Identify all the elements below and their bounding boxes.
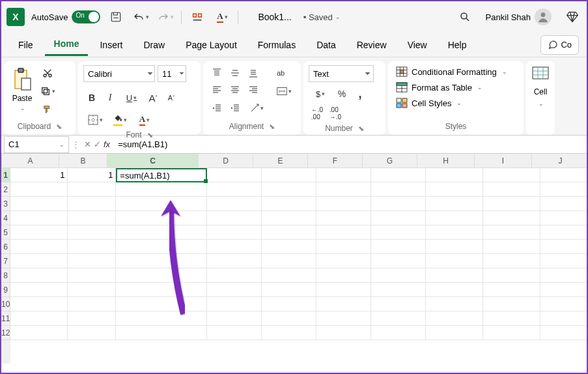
tab-file[interactable]: File <box>9 35 42 55</box>
cell-J3[interactable] <box>540 197 588 211</box>
save-status[interactable]: • Saved⌄ <box>303 12 341 22</box>
column-header[interactable]: A <box>2 154 59 168</box>
cell-G5[interactable] <box>371 225 426 240</box>
row-header[interactable]: 1 <box>1 168 10 182</box>
cell-H7[interactable] <box>426 254 483 268</box>
cell-I4[interactable] <box>483 211 540 225</box>
cell-B10[interactable] <box>68 297 116 311</box>
row-header[interactable]: 9 <box>1 283 10 297</box>
quick-access-icon[interactable] <box>188 8 206 26</box>
cell-F6[interactable] <box>316 240 371 254</box>
cell-I6[interactable] <box>483 240 540 254</box>
conditional-formatting-button[interactable]: Conditional Formatting⌄ <box>393 65 510 78</box>
cell-F4[interactable] <box>316 211 371 225</box>
cell-F8[interactable] <box>316 268 371 283</box>
decrease-indent-icon[interactable] <box>208 100 225 116</box>
cell-C7[interactable] <box>116 254 207 268</box>
cell-C2[interactable] <box>116 182 207 197</box>
underline-button[interactable]: U▾ <box>120 90 143 106</box>
cell-A11[interactable] <box>10 311 68 326</box>
cell-D11[interactable] <box>207 311 262 326</box>
cell-J2[interactable] <box>540 182 588 197</box>
cell-B6[interactable] <box>68 240 116 254</box>
cancel-formula-icon[interactable]: ✕ <box>84 139 91 149</box>
name-box[interactable]: C1⌄ <box>4 136 69 153</box>
increase-indent-icon[interactable] <box>227 100 244 116</box>
redo-icon[interactable]: ▾ <box>156 8 175 26</box>
cell-C8[interactable] <box>116 268 207 283</box>
cell-H1[interactable] <box>426 168 483 182</box>
cell-J11[interactable] <box>540 311 588 326</box>
cell-B11[interactable] <box>68 311 116 326</box>
cell-C6[interactable] <box>116 240 207 254</box>
cell-D5[interactable] <box>207 225 262 240</box>
cell-E7[interactable] <box>262 254 316 268</box>
cut-icon[interactable] <box>39 65 56 81</box>
cell-F1[interactable] <box>316 168 371 182</box>
cell-H5[interactable] <box>426 225 483 240</box>
cell-J7[interactable] <box>540 254 588 268</box>
align-left-icon[interactable] <box>208 82 225 98</box>
cell-C10[interactable] <box>116 297 207 311</box>
toggle-switch[interactable]: On <box>72 10 100 23</box>
tab-help[interactable]: Help <box>439 35 476 55</box>
cell-J5[interactable] <box>540 225 588 240</box>
cell-C9[interactable] <box>116 283 207 297</box>
align-middle-icon[interactable] <box>227 65 244 81</box>
align-center-icon[interactable] <box>227 82 244 98</box>
cell-A5[interactable] <box>10 225 68 240</box>
cell-B1[interactable]: 1 <box>68 168 116 182</box>
column-header[interactable]: F <box>308 154 363 168</box>
cell-D7[interactable] <box>207 254 262 268</box>
cell-J12[interactable] <box>540 326 588 340</box>
cell-H6[interactable] <box>426 240 483 254</box>
cell-D6[interactable] <box>207 240 262 254</box>
column-header[interactable]: I <box>475 154 532 168</box>
fill-color-button[interactable]: ▾ <box>108 112 132 128</box>
cell-D3[interactable] <box>207 197 262 211</box>
column-header[interactable]: C <box>107 154 199 168</box>
cell-H9[interactable] <box>426 283 483 297</box>
cell-H2[interactable] <box>426 182 483 197</box>
cell-A2[interactable] <box>10 182 68 197</box>
cell-H4[interactable] <box>426 211 483 225</box>
cell-E8[interactable] <box>262 268 316 283</box>
cell-styles-button[interactable]: Cell Styles⌄ <box>393 96 464 109</box>
cell-J4[interactable] <box>540 211 588 225</box>
font-launcher-icon[interactable]: ⬊ <box>147 131 153 139</box>
format-painter-icon[interactable] <box>39 102 56 117</box>
column-header[interactable]: B <box>59 154 107 168</box>
cell-J10[interactable] <box>540 297 588 311</box>
copy-icon[interactable]: ▾ <box>39 83 56 99</box>
cell-E12[interactable] <box>262 326 316 340</box>
cell-B7[interactable] <box>68 254 116 268</box>
cell-D1[interactable] <box>207 168 262 182</box>
cell-I5[interactable] <box>483 225 540 240</box>
tab-data[interactable]: Data <box>307 35 345 55</box>
cell-G2[interactable] <box>371 182 426 197</box>
cell-F3[interactable] <box>316 197 371 211</box>
cell-G10[interactable] <box>371 297 426 311</box>
cell-G6[interactable] <box>371 240 426 254</box>
cells-icon[interactable] <box>532 65 549 81</box>
cell-G9[interactable] <box>371 283 426 297</box>
increase-decimal-icon[interactable]: ←.0.00 <box>309 106 326 121</box>
currency-button[interactable]: $▾ <box>309 86 332 102</box>
cell-H8[interactable] <box>426 268 483 283</box>
cell-B4[interactable] <box>68 211 116 225</box>
cell-G4[interactable] <box>371 211 426 225</box>
undo-icon[interactable]: ▾ <box>132 8 150 26</box>
decrease-decimal-icon[interactable]: .00→.0 <box>327 106 344 121</box>
cell-E11[interactable] <box>262 311 316 326</box>
row-header[interactable]: 11 <box>1 311 10 326</box>
cell-D2[interactable] <box>207 182 262 197</box>
enter-formula-icon[interactable]: ✓ <box>94 139 101 149</box>
formula-input[interactable] <box>114 139 587 149</box>
column-header[interactable]: E <box>253 154 308 168</box>
cell-I2[interactable] <box>483 182 540 197</box>
bold-button[interactable]: B <box>83 90 100 106</box>
cell-B5[interactable] <box>68 225 116 240</box>
cell-H11[interactable] <box>426 311 483 326</box>
column-header[interactable]: G <box>363 154 417 168</box>
cell-I10[interactable] <box>483 297 540 311</box>
